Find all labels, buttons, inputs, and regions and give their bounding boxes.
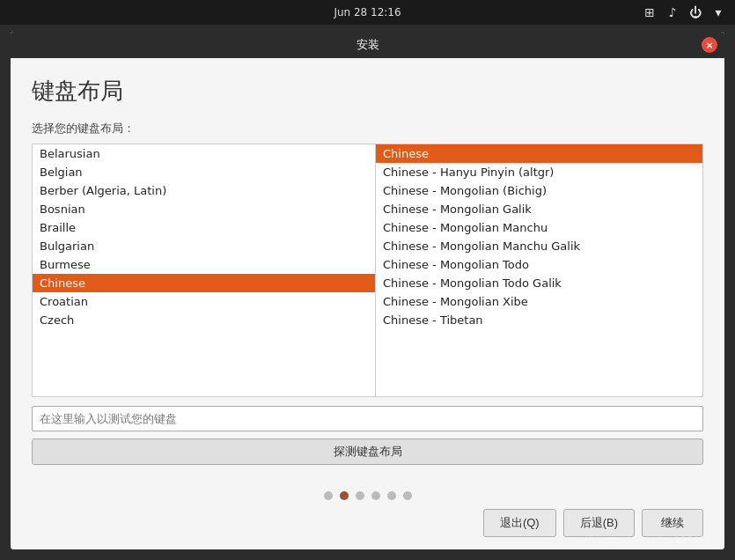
nav-dot-1[interactable] (340, 491, 349, 500)
close-button[interactable]: × (702, 37, 717, 53)
page-title: 键盘布局 (32, 76, 703, 107)
window-titlebar: 安装 × (11, 32, 724, 58)
right-list-item[interactable]: Chinese - Mongolian Todo Galik (376, 274, 702, 292)
menu-icon[interactable]: ▾ (710, 4, 726, 20)
quit-button[interactable]: 退出(Q) (483, 509, 556, 537)
right-list-item[interactable]: Chinese - Hanyu Pinyin (altgr) (376, 163, 702, 181)
detect-keyboard-button[interactable]: 探测键盘布局 (32, 438, 703, 465)
variant-list[interactable]: ChineseChinese - Hanyu Pinyin (altgr)Chi… (376, 144, 702, 396)
nav-dot-2[interactable] (356, 491, 364, 500)
right-list-item[interactable]: Chinese - Tibetan (376, 311, 702, 329)
left-list-item[interactable]: Berber (Algeria, Latin) (33, 181, 375, 200)
nav-dot-0[interactable] (324, 491, 333, 500)
left-list-item[interactable]: Burmese (33, 255, 375, 274)
taskbar: Jun 28 12:16 ⊞ ♪ ⏻ ▾ (0, 0, 735, 25)
right-list-item[interactable]: Chinese - Mongolian Manchu Galik (376, 237, 702, 255)
left-list-item[interactable]: Belarusian (33, 144, 375, 163)
page-subtitle: 选择您的键盘布局： (32, 121, 703, 136)
nav-dot-3[interactable] (371, 491, 380, 500)
continue-button[interactable]: 继续 (642, 509, 703, 537)
right-list-item[interactable]: Chinese - Mongolian Todo (376, 255, 702, 274)
left-list-item[interactable]: Bulgarian (33, 237, 375, 255)
language-list[interactable]: BelarusianBelgianBerber (Algeria, Latin)… (33, 144, 376, 396)
left-list-item[interactable]: Bosnian (33, 200, 375, 218)
left-list-item[interactable]: Chinese (33, 274, 375, 292)
left-list-item[interactable]: Czech (33, 311, 375, 329)
nav-dot-5[interactable] (403, 491, 412, 500)
right-list-item[interactable]: Chinese (376, 144, 702, 163)
right-list-item[interactable]: Chinese - Mongolian (Bichig) (376, 181, 702, 200)
nav-dot-4[interactable] (387, 491, 396, 500)
power-icon[interactable]: ⏻ (687, 4, 703, 20)
content-area: 键盘布局 选择您的键盘布局： BelarusianBelgianBerber (… (11, 58, 724, 483)
window-title: 安装 (356, 37, 379, 53)
volume-icon[interactable]: ♪ (665, 4, 680, 20)
navigation-dots (32, 491, 703, 500)
test-input-area (32, 406, 703, 431)
action-buttons: 退出(Q) 后退(B) 继续 (32, 509, 703, 537)
left-list-item[interactable]: Croatian (33, 292, 375, 311)
taskbar-right: ⊞ ♪ ⏻ ▾ (487, 4, 726, 20)
left-list-item[interactable]: Braille (33, 218, 375, 237)
right-list-item[interactable]: Chinese - Mongolian Xibe (376, 292, 702, 311)
network-icon[interactable]: ⊞ (642, 4, 658, 20)
watermark: http://blog.csdn.net/hr_1234245 (561, 534, 717, 546)
taskbar-datetime: Jun 28 12:16 (248, 6, 488, 18)
keyboard-test-input[interactable] (32, 406, 703, 431)
back-button[interactable]: 后退(B) (563, 509, 635, 537)
right-list-item[interactable]: Chinese - Mongolian Galik (376, 200, 702, 218)
keyboard-layout-lists: BelarusianBelgianBerber (Algeria, Latin)… (32, 144, 703, 397)
right-list-item[interactable]: Chinese - Mongolian Manchu (376, 218, 702, 237)
main-window: 安装 × 键盘布局 选择您的键盘布局： BelarusianBelgianBer… (11, 32, 724, 549)
left-list-item[interactable]: Belgian (33, 163, 375, 181)
